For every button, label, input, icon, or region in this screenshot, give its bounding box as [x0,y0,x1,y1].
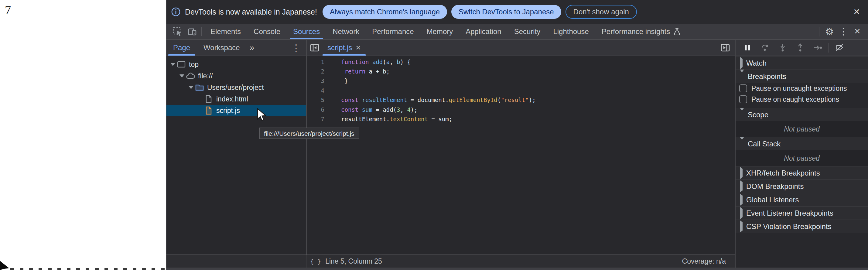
tree-item-icon [186,72,195,80]
toggle-navigator-sidebar-icon[interactable] [307,40,322,56]
line-number[interactable]: 2 [307,68,326,75]
expander-icon[interactable] [170,63,176,66]
step-out-icon[interactable] [792,43,809,52]
toolbar-separator [201,27,202,36]
section-label: Global Listeners [746,196,799,204]
code-token: resultElement. [341,116,390,122]
pause-icon[interactable] [739,44,756,52]
code-token: function [341,59,369,65]
dont-show-again-button[interactable]: Don't show again [565,5,637,19]
section-call-stack[interactable]: Call Stack [736,137,868,150]
notification-close-icon[interactable]: ✕ [853,7,860,17]
code-token: = document. [407,97,448,103]
code-line-content: return a + b; [338,68,390,75]
step-into-icon[interactable] [774,43,792,52]
section-expander-icon[interactable] [740,222,743,231]
checkbox-label: Pause on uncaught exceptions [751,84,847,93]
section-scope[interactable]: Scope [736,108,868,121]
tree-row-script-js[interactable]: script.js [166,105,306,116]
main-tab-application[interactable]: Application [459,24,507,39]
section-expander-icon[interactable] [740,196,743,204]
main-tab-elements[interactable]: Elements [204,24,247,39]
section-watch[interactable]: Watch [736,56,868,69]
screen: 7 DevTools is now available in Japanese!… [0,0,868,270]
status-bar: { } Line 5, Column 25 Coverage: n/a [166,254,735,268]
code-token: sum [362,106,372,113]
section-expander-icon[interactable] [740,111,744,119]
section-dom-breakpoints[interactable]: DOM Breakpoints [736,179,868,193]
section-expander-icon[interactable] [740,59,743,67]
section-event-listener-breakpoints[interactable]: Event Listener Breakpoints [736,206,868,219]
section-xhr-fetch-breakpoints[interactable]: XHR/fetch Breakpoints [736,166,868,179]
tree-row-file-[interactable]: file:// [166,70,306,82]
devtools-close-icon[interactable]: ✕ [850,27,864,36]
section-expander-icon[interactable] [740,209,743,217]
navigator-tab-workspace[interactable]: Workspace [198,40,245,56]
more-tabs-icon[interactable]: » [247,40,257,56]
line-number[interactable]: 3 [307,78,326,84]
expander-icon[interactable] [188,86,194,89]
main-tab-label: Performance [372,27,414,36]
section-expander-icon[interactable] [740,140,744,148]
editor-tab-scriptjs[interactable]: script.js × [322,40,366,56]
checkbox[interactable] [739,84,747,92]
line-number[interactable]: 5 [307,97,326,103]
debugger-pane: Watch Breakpoints Pause on uncaught exce… [735,40,868,268]
step-over-icon[interactable] [756,43,774,52]
code-editor[interactable]: 1 function add(a, b) { 2 return a + b; 3… [307,56,735,254]
file-path-tooltip: file:///Users/user/project/script.js [259,127,359,139]
code-token [369,59,372,65]
code-token: a + b; [365,68,390,75]
line-number[interactable]: 6 [307,106,326,113]
section-global-listeners[interactable]: Global Listeners [736,193,868,206]
main-tab-security[interactable]: Security [508,24,547,39]
pretty-print-icon[interactable]: { } [310,258,321,265]
section-gap [736,105,868,108]
line-number[interactable]: 7 [307,116,326,122]
section-expander-icon[interactable] [740,169,743,177]
main-tab-sources[interactable]: Sources [287,24,326,39]
code-token [341,68,344,75]
code-token: b [397,59,400,65]
match-chrome-language-button[interactable]: Always match Chrome's language [322,5,447,19]
main-tab-memory[interactable]: Memory [420,24,460,39]
code-line: 2 return a + b; [307,66,735,76]
section-breakpoints[interactable]: Breakpoints [736,69,868,83]
code-line-content: } [338,78,348,84]
section-expander-icon[interactable] [740,72,744,81]
tree-row-top[interactable]: top [166,59,306,70]
line-number[interactable]: 1 [307,59,326,65]
section-expander-icon[interactable] [740,182,743,191]
section-csp-violation-breakpoints[interactable]: CSP Violation Breakpoints [736,219,868,233]
code-token: textContent [390,116,428,122]
toggle-debugger-sidebar-icon[interactable] [717,40,735,56]
more-options-icon[interactable]: ⋮ [836,26,850,37]
tab-close-icon[interactable]: × [355,43,361,52]
expander-icon[interactable] [179,74,185,78]
switch-devtools-japanese-button[interactable]: Switch DevTools to Japanese [451,5,561,19]
navigator-menu-icon[interactable]: ⋮ [286,40,306,56]
navigator-tab-page[interactable]: Page [168,40,195,56]
notification-message: DevTools is now available in Japanese! [185,8,317,17]
tree-row-index-html[interactable]: index.html [166,93,306,105]
main-tab-performance-insights[interactable]: Performance insights [595,24,687,39]
tree-row-users-user-project[interactable]: Users/user/project [166,82,306,93]
main-tab-performance[interactable]: Performance [366,24,420,39]
code-token: , [400,106,407,113]
code-token: resultElement [362,97,407,103]
checkbox[interactable] [739,95,747,103]
main-tab-console[interactable]: Console [247,24,287,39]
deactivate-breakpoints-icon[interactable] [831,43,848,52]
main-tab-network[interactable]: Network [326,24,366,39]
main-tab-lighthouse[interactable]: Lighthouse [547,24,595,39]
step-icon[interactable] [809,44,827,51]
inspect-element-icon[interactable] [171,24,185,39]
debugger-toolbar-separator [829,43,829,53]
code-token: "result" [501,97,529,103]
info-icon [171,7,181,17]
code-line-content: const sum = add(3, 4); [338,106,417,113]
device-toolbar-icon[interactable] [185,24,198,39]
code-token: ); [411,106,417,113]
line-number[interactable]: 4 [307,87,326,94]
settings-gear-icon[interactable]: ⚙ [823,26,836,37]
